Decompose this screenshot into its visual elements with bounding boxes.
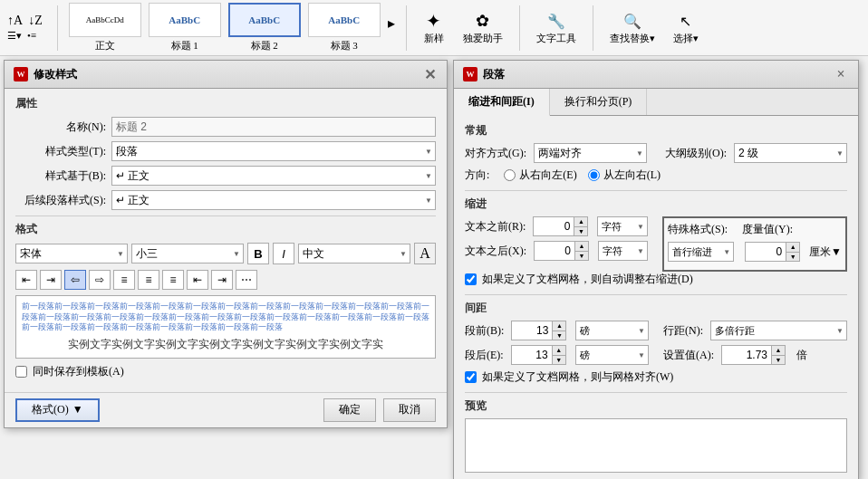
paragraph-tabs: 缩进和间距(I) 换行和分页(P) — [454, 89, 858, 116]
style-heading1[interactable]: AaBbC 标题 1 — [149, 3, 221, 53]
spacing-before-down[interactable]: ▼ — [553, 331, 565, 340]
line-space-1-btn[interactable]: ≡ — [113, 270, 135, 290]
paragraph-title-bar[interactable]: W 段落 × — [454, 61, 858, 89]
italic-btn[interactable]: I — [273, 243, 294, 264]
radio-ltr-input[interactable] — [588, 169, 600, 181]
radio-rtl-input[interactable] — [504, 169, 516, 181]
language-select[interactable]: 中文 — [298, 244, 410, 263]
measure-up[interactable]: ▲ — [786, 243, 799, 253]
style-based-label: 样式基于(B): — [15, 168, 106, 184]
font-select[interactable]: 宋体 — [15, 244, 128, 263]
spacing-before-unit[interactable]: 磅 — [575, 321, 649, 340]
indent-before-unit[interactable]: 字符 — [597, 216, 648, 236]
indent-after-down[interactable]: ▼ — [575, 252, 588, 261]
name-input[interactable] — [111, 117, 436, 137]
style-heading2[interactable]: AaBbC 标题 2 — [228, 3, 301, 53]
bold-btn[interactable]: B — [247, 243, 269, 264]
ok-btn[interactable]: 确定 — [323, 398, 376, 422]
spacing-after-input[interactable] — [511, 345, 552, 365]
ai-assist-btn[interactable]: ✿ 独爱助手 — [458, 6, 508, 49]
save-template-label: 同时保存到模板(A) — [33, 364, 124, 379]
indent-left-btn[interactable]: ⇤ — [187, 270, 208, 290]
setval-down[interactable]: ▼ — [772, 356, 785, 365]
spacing-before-up[interactable]: ▲ — [553, 321, 565, 331]
sort-desc-icon[interactable]: ↓Z — [28, 14, 43, 28]
style-heading3[interactable]: AaBbC 标题 3 — [308, 3, 381, 53]
line-space-2-btn[interactable]: ≡ — [162, 270, 184, 290]
select-btn[interactable]: ↖ 选择▾ — [668, 6, 704, 49]
spacing-after-unit[interactable]: 磅 — [575, 345, 649, 365]
text-tools-btn[interactable]: 🔧 文字工具 — [531, 6, 582, 49]
find-replace-btn[interactable]: 🔍 查找替换▾ — [604, 6, 661, 49]
setval-input[interactable] — [721, 345, 771, 365]
indent-before-spinner[interactable]: ▲ ▼ — [533, 216, 588, 236]
indent-after-up[interactable]: ▲ — [575, 242, 588, 252]
spacing-after-spinner[interactable]: ▲ ▼ — [511, 345, 566, 365]
format-icon[interactable]: ☰▾ — [7, 30, 22, 42]
setval-up[interactable]: ▲ — [772, 346, 785, 356]
measure-down[interactable]: ▼ — [786, 253, 799, 262]
next-style-select[interactable]: ↵ 正文 — [111, 190, 436, 210]
indent-section-title: 缩进 — [465, 196, 847, 212]
font-size-select[interactable]: 小三 — [131, 244, 244, 263]
bullet-icon[interactable]: •≡ — [27, 30, 36, 42]
spacing-after-up[interactable]: ▲ — [553, 346, 565, 356]
measure-label: 度量值(Y): — [742, 222, 793, 237]
style-based-select[interactable]: ↵ 正文 — [111, 166, 436, 186]
spacing-after-row: 段后(E): ▲ ▼ 磅 — [465, 345, 649, 365]
align-right-btn[interactable]: ⇨ — [89, 270, 111, 290]
style-normal[interactable]: AaBbCcDd 正文 — [69, 3, 141, 53]
indent-before-down[interactable]: ▼ — [574, 227, 587, 236]
align-justify-btn[interactable]: ⇦ — [64, 270, 86, 290]
general-section-title: 常规 — [465, 123, 847, 139]
para-preview-box — [465, 418, 847, 473]
paragraph-close-btn[interactable]: × — [833, 66, 849, 82]
measure-input[interactable] — [745, 242, 786, 262]
spacing-before-spinner[interactable]: ▲ ▼ — [511, 321, 566, 340]
cancel-btn[interactable]: 取消 — [383, 398, 436, 422]
line-space-15-btn[interactable]: ≡ — [138, 270, 159, 290]
auto-adjust-indent-checkbox[interactable] — [465, 273, 477, 285]
outline-select[interactable]: 2 级 — [734, 143, 847, 163]
separator-4 — [593, 5, 593, 51]
spacing-after-down[interactable]: ▼ — [553, 356, 565, 365]
tab-linebreak-page[interactable]: 换行和分页(P) — [550, 89, 648, 115]
indent-right-btn[interactable]: ⇥ — [211, 270, 233, 290]
special-values-row: 首行缩进 ▲ ▼ 厘米▼ — [668, 242, 842, 262]
radio-ltr[interactable]: 从左向右(L) — [588, 168, 661, 183]
setval-label: 设置值(A): — [663, 348, 714, 363]
format-btn[interactable]: 格式(O) ▼ — [15, 398, 100, 422]
save-template-checkbox[interactable] — [15, 366, 27, 378]
font-color-icon[interactable]: A — [414, 243, 436, 264]
indent-after-unit[interactable]: 字符 — [598, 241, 648, 261]
spacing-before-input[interactable] — [511, 321, 552, 340]
more-align-btn[interactable]: ⋯ — [236, 270, 257, 290]
indent-after-spinner[interactable]: ▲ ▼ — [534, 241, 589, 261]
setval-spinner[interactable]: ▲ ▼ — [721, 345, 786, 365]
align-center-btn[interactable]: ⇥ — [40, 270, 62, 290]
indent-before-input[interactable] — [533, 216, 574, 236]
radio-rtl[interactable]: 从右向左(E) — [504, 168, 576, 183]
setval-row: 设置值(A): ▲ ▼ 倍 — [663, 345, 847, 365]
spacing-section-title: 间距 — [465, 301, 847, 316]
next-style-row: 后续段落样式(S): ↵ 正文 — [15, 190, 436, 210]
align-select[interactable]: 两端对齐 — [534, 143, 647, 163]
style-type-select[interactable]: 段落 — [111, 141, 436, 161]
modify-style-title-bar[interactable]: W 修改样式 ✕ — [5, 61, 447, 89]
align-left-btn[interactable]: ⇤ — [15, 270, 37, 290]
linespace-select[interactable]: 多倍行距 — [710, 321, 847, 340]
main-area: W 修改样式 ✕ 属性 名称(N): 样式类型(T): 段落 样式基 — [0, 56, 868, 479]
new-style-btn[interactable]: ✦ 新样 — [418, 6, 450, 49]
modify-style-close-btn[interactable]: ✕ — [421, 66, 438, 82]
style-chevron[interactable]: ▸ — [388, 14, 395, 32]
special-format-select[interactable]: 首行缩进 — [668, 242, 734, 262]
tab-indent-spacing[interactable]: 缩进和间距(I) — [454, 89, 550, 116]
preview-area: 前一段落前一段落前一段落前一段落前一段落前一段落前一段落前一段落前一段落前一段落… — [15, 295, 436, 359]
spacing-after-label: 段后(E): — [465, 348, 504, 363]
indent-after-input[interactable] — [534, 241, 574, 261]
grid-align-checkbox[interactable] — [465, 371, 477, 383]
sort-asc-icon[interactable]: ↑A — [7, 14, 23, 28]
linespace-label: 行距(N): — [663, 323, 703, 339]
measure-spinner[interactable]: ▲ ▼ — [745, 242, 800, 262]
indent-before-up[interactable]: ▲ — [574, 217, 587, 227]
